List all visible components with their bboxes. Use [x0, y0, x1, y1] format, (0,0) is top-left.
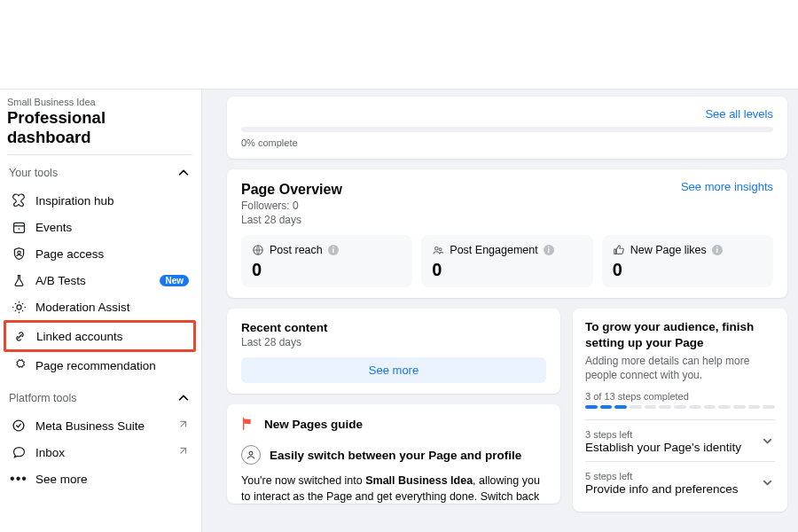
svg-rect-0	[13, 223, 24, 232]
thumb-up-icon	[613, 244, 625, 256]
metric-label: Post Engagement	[450, 244, 537, 256]
chat-icon	[11, 444, 27, 460]
guide-body: You're now switched into Small Business …	[241, 473, 546, 504]
sidebar: Small Business Idea Professional dashboa…	[0, 90, 202, 532]
overview-card: See more insights Page Overview Follower…	[227, 169, 787, 298]
svg-point-5	[435, 247, 439, 251]
sidebar-item-linked-accounts[interactable]: Linked accounts	[8, 323, 190, 349]
switch-profile-icon	[241, 445, 261, 465]
flask-icon	[11, 272, 27, 288]
recent-content-card: Recent content Last 28 days See more	[227, 309, 560, 394]
breadcrumb: Small Business Idea	[7, 97, 192, 107]
chevron-up-icon	[176, 166, 191, 180]
guide-title: New Pages guide	[264, 418, 363, 431]
steps-left-label: 3 steps left	[585, 429, 741, 440]
sidebar-item-page-recommendation[interactable]: Page recommendation	[7, 352, 192, 379]
chevron-up-icon	[176, 391, 191, 405]
setup-card: To grow your audience, finish setting up…	[573, 309, 787, 512]
recent-content-title: Recent content	[241, 321, 546, 334]
metric-post-reach[interactable]: Post reach i 0	[241, 235, 412, 287]
step-title: Provide info and preferences	[585, 482, 739, 496]
setup-step-identity[interactable]: 3 steps left Establish your Page's ident…	[585, 419, 775, 461]
new-pages-guide-card: New Pages guide Easily switch between yo…	[227, 404, 560, 504]
external-link-icon	[176, 419, 189, 432]
section-label: Your tools	[9, 167, 58, 179]
see-all-levels-link[interactable]: See all levels	[705, 107, 773, 121]
highlight-box: Linked accounts	[4, 320, 196, 352]
globe-icon	[252, 244, 264, 256]
metric-label: New Page likes	[630, 244, 707, 256]
see-more-button[interactable]: See more	[241, 357, 546, 383]
switch-heading: Easily switch between your Page and prof…	[270, 449, 521, 462]
steps-left-label: 5 steps left	[585, 471, 739, 481]
setup-step-info[interactable]: 5 steps left Provide info and preference…	[585, 461, 775, 503]
setup-progress-bar	[585, 405, 775, 409]
info-icon[interactable]: i	[544, 245, 554, 255]
sidebar-item-label: Linked accounts	[36, 330, 186, 343]
step-title: Establish your Page's identity	[585, 441, 741, 454]
badge-icon	[11, 357, 27, 373]
sidebar-item-meta-business-suite[interactable]: Meta Business Suite	[7, 412, 192, 439]
link-icon	[12, 328, 27, 344]
page-title: Professional dashboard	[7, 108, 192, 147]
chevron-down-icon	[761, 476, 775, 490]
svg-point-2	[16, 304, 20, 309]
svg-point-1	[17, 251, 20, 254]
progress-bar	[241, 127, 773, 132]
sidebar-item-label: Page access	[35, 247, 189, 261]
see-more-insights-link[interactable]: See more insights	[681, 180, 773, 193]
setup-title: To grow your audience, finish setting up…	[585, 319, 775, 350]
levels-card: See all levels 0% complete	[227, 97, 787, 159]
more-dots-icon: •••	[11, 471, 27, 487]
calendar-icon	[11, 219, 27, 235]
main-content: See all levels 0% complete See more insi…	[202, 90, 798, 532]
section-platform-tools[interactable]: Platform tools	[7, 387, 192, 412]
chevron-down-icon	[761, 434, 775, 449]
info-icon[interactable]: i	[328, 245, 339, 255]
section-your-tools[interactable]: Your tools	[7, 162, 192, 187]
gear-icon	[11, 299, 27, 315]
progress-label: 0% complete	[241, 137, 773, 148]
new-badge: New	[160, 275, 189, 286]
sidebar-item-label: Inbox	[35, 446, 168, 459]
metric-label: Post reach	[270, 244, 323, 256]
sidebar-item-label: A/B Tests	[35, 274, 151, 287]
sidebar-item-inbox[interactable]: Inbox	[7, 439, 192, 466]
sidebar-item-page-access[interactable]: Page access	[7, 240, 192, 267]
svg-point-6	[440, 248, 442, 251]
setup-progress-label: 3 of 13 steps completed	[585, 391, 775, 402]
metric-new-page-likes[interactable]: New Page likes i 0	[602, 235, 773, 287]
sidebar-item-inspiration-hub[interactable]: Inspiration hub	[7, 187, 192, 214]
sidebar-item-moderation-assist[interactable]: Moderation Assist	[7, 293, 192, 320]
flag-icon	[241, 417, 255, 431]
metric-post-engagement[interactable]: Post Engagement i 0	[421, 235, 592, 287]
section-label: Platform tools	[9, 392, 76, 404]
sidebar-item-label: Meta Business Suite	[35, 419, 168, 433]
sidebar-item-events[interactable]: Events	[7, 214, 192, 240]
metric-value: 0	[613, 260, 763, 280]
sidebar-item-label: Inspiration hub	[35, 194, 189, 207]
sidebar-item-see-more[interactable]: ••• See more	[7, 466, 192, 492]
sidebar-item-ab-tests[interactable]: A/B Tests New	[7, 267, 192, 293]
overview-followers: Followers: 0	[241, 200, 773, 212]
overview-period: Last 28 days	[241, 214, 773, 226]
setup-subtitle: Adding more details can help more people…	[585, 354, 775, 382]
sidebar-item-label: See more	[35, 473, 189, 486]
metric-value: 0	[432, 260, 582, 280]
sidebar-item-label: Moderation Assist	[35, 301, 189, 314]
recent-content-period: Last 28 days	[241, 336, 546, 348]
svg-point-3	[13, 420, 24, 431]
butterfly-icon	[11, 192, 27, 208]
info-icon[interactable]: i	[712, 245, 723, 255]
metric-value: 0	[252, 260, 402, 280]
sidebar-item-label: Page recommendation	[35, 359, 189, 372]
sidebar-item-label: Events	[35, 221, 189, 234]
user-shield-icon	[11, 246, 27, 262]
meta-icon	[11, 418, 27, 434]
people-icon	[432, 244, 444, 256]
svg-point-7	[249, 451, 253, 455]
external-link-icon	[176, 446, 189, 458]
